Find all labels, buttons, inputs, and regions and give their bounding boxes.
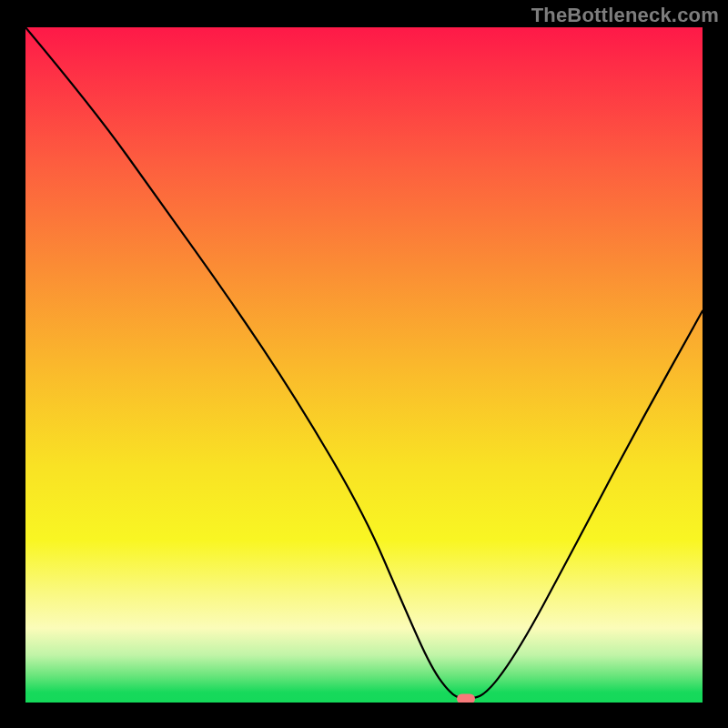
bottleneck-curve xyxy=(25,27,703,698)
curve-svg xyxy=(25,27,703,703)
chart-frame: TheBottleneck.com xyxy=(0,0,728,728)
plot-area xyxy=(25,27,703,703)
optimal-marker xyxy=(457,694,475,703)
watermark-text: TheBottleneck.com xyxy=(531,4,719,27)
